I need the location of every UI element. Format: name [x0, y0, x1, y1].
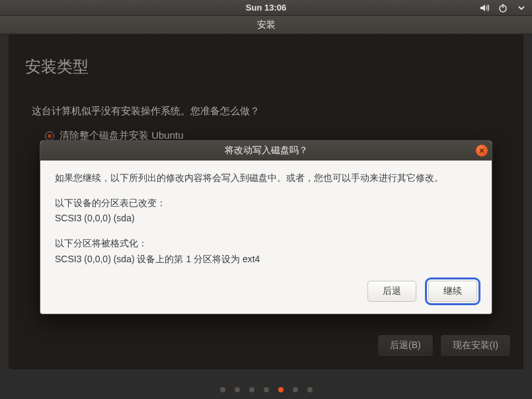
dialog-section2-item: SCSI3 (0,0,0) (sda) 设备上的第 1 分区将设为 ext4 — [55, 252, 477, 267]
close-icon[interactable] — [476, 145, 488, 157]
dialog-titlebar: 将改动写入磁盘吗？ — [40, 141, 492, 161]
pager-dot[interactable] — [278, 387, 284, 392]
dialog-back-button[interactable]: 后退 — [367, 281, 416, 302]
pager-dot[interactable] — [249, 387, 254, 392]
volume-icon[interactable] — [479, 3, 490, 13]
dialog-section1-item: SCSI3 (0,0,0) (sda) — [55, 211, 477, 226]
system-tray — [479, 0, 527, 16]
pager-dot[interactable] — [235, 387, 240, 392]
pager-dot[interactable] — [307, 387, 313, 392]
chevron-down-icon[interactable] — [516, 3, 527, 13]
pager-dot[interactable] — [293, 387, 298, 392]
dialog-continue-button[interactable]: 继续 — [428, 281, 477, 302]
system-menubar: Sun 13:06 — [0, 0, 532, 16]
pager-dot[interactable] — [264, 387, 269, 392]
power-icon[interactable] — [498, 3, 508, 13]
dialog-section2-title: 以下分区将被格式化： — [55, 236, 477, 251]
clock: Sun 13:06 — [246, 3, 286, 13]
dialog-section1-title: 以下设备的分区表已改变： — [55, 196, 477, 211]
window-titlebar: 安装 — [0, 16, 532, 34]
write-changes-dialog: 将改动写入磁盘吗？ 如果您继续，以下所列出的修改内容将会写入到磁盘中。或者，您也… — [40, 140, 492, 314]
dialog-intro: 如果您继续，以下所列出的修改内容将会写入到磁盘中。或者，您也可以手动来进行其它修… — [55, 171, 477, 186]
window-title: 安装 — [257, 19, 276, 31]
dialog-actions: 后退 继续 — [40, 281, 492, 314]
dialog-body: 如果您继续，以下所列出的修改内容将会写入到磁盘中。或者，您也可以手动来进行其它修… — [40, 161, 492, 281]
pager-dot[interactable] — [220, 387, 225, 392]
pager-dots — [0, 387, 532, 392]
dialog-title: 将改动写入磁盘吗？ — [225, 145, 308, 157]
